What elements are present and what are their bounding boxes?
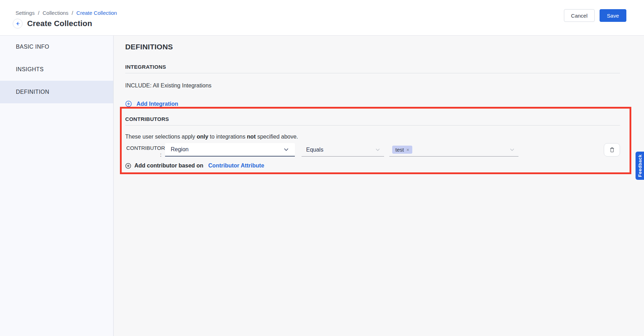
note-text: These user selections apply [125, 134, 197, 140]
chevron-down-icon [375, 147, 381, 153]
operator-select-value: Equals [306, 147, 375, 153]
add-integration-button[interactable]: Add Integration [125, 100, 178, 107]
definitions-panel: DEFINITIONS INTEGRATIONS INCLUDE: All Ex… [114, 36, 644, 169]
note-text: specified above. [256, 134, 298, 140]
value-tag-label: test [395, 147, 404, 153]
add-contributor-button[interactable]: Add contributor based onContributor Attr… [125, 163, 264, 169]
contributor-label-text: CONTRIBUTOR [126, 145, 162, 151]
arrow-left-icon [15, 21, 20, 26]
delete-rule-button[interactable] [604, 143, 620, 157]
integrations-include-text: INCLUDE: All Existing Integrations [125, 83, 620, 89]
sidebar-item-basic-info[interactable]: BASIC INFO [0, 36, 113, 58]
attribute-select-value: Region [171, 146, 283, 153]
plus-circle-icon [125, 100, 132, 107]
note-text: to integrations [208, 134, 247, 140]
plus-circle-icon [125, 163, 131, 169]
chevron-down-icon [283, 147, 289, 153]
main-content: DEFINITIONS INTEGRATIONS INCLUDE: All Ex… [114, 36, 644, 336]
chevron-down-icon [509, 147, 515, 153]
feedback-tab[interactable]: Feedback [636, 152, 644, 180]
close-icon[interactable]: × [406, 147, 409, 152]
back-button[interactable] [13, 19, 23, 29]
trash-icon [609, 147, 615, 153]
breadcrumb-current[interactable]: Create Collection [77, 10, 117, 16]
add-integration-label: Add Integration [136, 101, 178, 107]
cancel-button[interactable]: Cancel [564, 9, 595, 22]
page-title: Create Collection [27, 19, 92, 28]
feedback-tab-label: Feedback [637, 154, 643, 177]
integrations-section-heading: INTEGRATIONS [125, 64, 620, 73]
definitions-heading: DEFINITIONS [125, 43, 620, 51]
sidebar-item-definition[interactable]: DEFINITION [0, 81, 113, 103]
value-tag: test × [392, 146, 412, 154]
note-bold-only: only [197, 134, 208, 140]
breadcrumb-settings[interactable]: Settings [16, 10, 35, 16]
breadcrumb-separator: / [72, 10, 73, 16]
sidebar-item-insights[interactable]: INSIGHTS [0, 58, 113, 81]
operator-select[interactable]: Equals [302, 143, 384, 157]
breadcrumb-collections[interactable]: Collections [43, 10, 68, 16]
note-bold-not: not [247, 134, 256, 140]
settings-sidebar: BASIC INFO INSIGHTS DEFINITION [0, 36, 114, 336]
contributors-section-heading: CONTRIBUTORS [125, 116, 620, 126]
value-multiselect[interactable]: test × [389, 143, 518, 157]
header-actions: Cancel Save [564, 9, 626, 22]
contributors-note: These user selections apply only to inte… [125, 134, 620, 140]
contributor-attribute-link[interactable]: Contributor Attribute [208, 163, 264, 169]
breadcrumb: Settings / Collections / Create Collecti… [16, 10, 117, 16]
title-row: Create Collection [13, 19, 92, 29]
save-button[interactable]: Save [600, 9, 626, 22]
attribute-select[interactable]: Region [165, 143, 295, 157]
contributor-label-colon: : [126, 151, 162, 158]
contributor-row-label: CONTRIBUTOR : [126, 143, 162, 158]
page-header: Settings / Collections / Create Collecti… [0, 0, 644, 36]
add-contributor-prefix: Add contributor based on [134, 163, 203, 169]
breadcrumb-separator: / [38, 10, 39, 16]
contributor-rule-row: CONTRIBUTOR : Region Equals test × [125, 143, 620, 158]
